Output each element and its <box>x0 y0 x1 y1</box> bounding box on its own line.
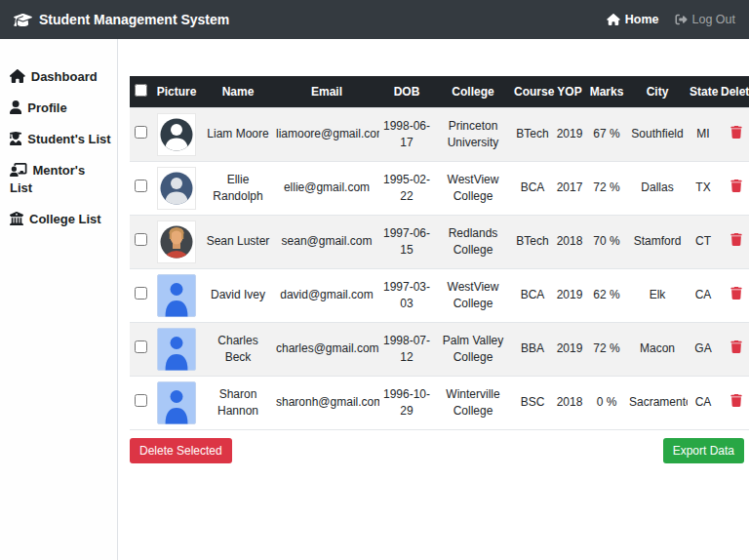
logout-label: Log Out <box>692 13 735 26</box>
blue-square-avatar <box>157 381 196 424</box>
sidebar-item-students-list[interactable]: Student's List <box>10 131 113 149</box>
row-checkbox[interactable] <box>135 233 147 246</box>
cell-name: Liam Moore <box>202 108 274 162</box>
cell-yop: 2018 <box>553 216 586 269</box>
cell-course: BCA <box>512 269 553 323</box>
app-title: Student Management System <box>39 12 229 27</box>
cell-city: Southfield <box>627 108 688 162</box>
cell-marks: 70 % <box>586 216 627 269</box>
college-icon <box>10 212 23 225</box>
home-label: Home <box>625 13 659 26</box>
export-data-button[interactable]: Export Data <box>663 438 744 463</box>
cell-state: GA <box>688 323 719 377</box>
cell-course: BSC <box>512 377 553 430</box>
cell-course: BCA <box>512 162 553 216</box>
cell-dob: 1997-06-15 <box>379 216 434 269</box>
home-icon <box>607 14 620 25</box>
cell-city: Dallas <box>627 162 688 216</box>
cell-yop: 2019 <box>553 323 586 377</box>
cell-name: Sean Luster <box>202 216 274 269</box>
sign-out-icon <box>675 14 688 25</box>
row-checkbox[interactable] <box>135 180 147 192</box>
header-marks: Marks <box>586 76 627 108</box>
cell-email: sharonh@gmail.com <box>274 377 379 430</box>
sidebar-item-mentors-list[interactable]: Mentor's List <box>10 162 113 199</box>
student-icon <box>10 132 21 145</box>
top-navbar: Student Management System Home Log Out <box>0 0 749 39</box>
sidebar: Dashboard Profile Student's List Mentor'… <box>0 39 118 560</box>
cell-college: Winterville College <box>434 377 512 430</box>
header-course: Course <box>512 76 553 108</box>
cell-marks: 72 % <box>586 323 627 377</box>
sidebar-item-dashboard[interactable]: Dashboard <box>10 68 113 87</box>
cell-email: david@gmail.com <box>274 269 379 323</box>
cell-college: WestView College <box>434 269 512 323</box>
header-delete: Delete <box>719 76 749 108</box>
delete-selected-button[interactable]: Delete Selected <box>130 438 232 463</box>
cell-college: WestView College <box>434 162 512 216</box>
header-email: Email <box>274 76 379 108</box>
photo-avatar <box>157 220 196 263</box>
app-brand[interactable]: Student Management System <box>14 12 229 27</box>
cell-dob: 1998-06-17 <box>379 108 434 162</box>
cell-state: CA <box>688 269 719 323</box>
blue-square-avatar <box>157 328 196 371</box>
delete-row-icon[interactable] <box>730 180 742 197</box>
header-city: City <box>627 76 688 108</box>
cell-course: BTech <box>512 108 553 162</box>
cell-yop: 2019 <box>553 269 586 323</box>
row-checkbox[interactable] <box>135 126 147 139</box>
cell-city: Sacramento <box>627 377 688 430</box>
row-checkbox[interactable] <box>135 394 147 407</box>
home-link[interactable]: Home <box>607 13 659 26</box>
header-picture: Picture <box>151 76 202 108</box>
table-row: Sean Luster sean@gmail.com 1997-06-15 Re… <box>130 216 749 269</box>
cell-city: Stamford <box>627 216 688 269</box>
cell-state: MI <box>688 108 719 162</box>
sidebar-label-profile: Profile <box>27 100 66 115</box>
cell-marks: 67 % <box>586 108 627 162</box>
delete-row-icon[interactable] <box>730 394 742 412</box>
students-table: Picture Name Email DOB College Course YO… <box>130 76 749 430</box>
cell-name: Ellie Randolph <box>202 162 274 216</box>
delete-row-icon[interactable] <box>730 126 742 143</box>
header-yop: YOP <box>553 76 586 108</box>
header-dob: DOB <box>379 76 434 108</box>
delete-row-icon[interactable] <box>730 233 742 251</box>
mentor-icon <box>10 163 27 177</box>
cell-college: Palm Valley College <box>434 323 512 377</box>
cell-email: sean@gmail.com <box>274 216 379 269</box>
cell-name: Charles Beck <box>202 323 274 377</box>
row-checkbox[interactable] <box>135 340 147 353</box>
cell-dob: 1998-07-12 <box>379 323 434 377</box>
cell-college: Redlands College <box>434 216 512 269</box>
table-header-row: Picture Name Email DOB College Course YO… <box>130 76 749 108</box>
cell-city: Macon <box>627 323 688 377</box>
blue-square-avatar <box>157 274 196 317</box>
table-row: Charles Beck charles@gmail.com 1998-07-1… <box>130 323 749 377</box>
cell-course: BBA <box>512 323 553 377</box>
cell-marks: 0 % <box>586 377 627 430</box>
cell-dob: 1995-02-22 <box>379 162 434 216</box>
sidebar-item-profile[interactable]: Profile <box>10 100 113 118</box>
cell-city: Elk <box>627 269 688 323</box>
delete-row-icon[interactable] <box>730 287 742 304</box>
logout-link[interactable]: Log Out <box>675 13 735 26</box>
delete-row-icon[interactable] <box>730 340 742 358</box>
sidebar-item-college-list[interactable]: College List <box>10 211 113 229</box>
cell-yop: 2019 <box>553 108 586 162</box>
header-name: Name <box>202 76 274 108</box>
cell-state: CT <box>688 216 719 269</box>
header-college: College <box>434 76 512 108</box>
user-icon <box>10 100 21 114</box>
cell-course: BTech <box>512 216 553 269</box>
cell-email: charles@gmail.com <box>274 323 379 377</box>
table-row: Sharon Hannon sharonh@gmail.com 1996-10-… <box>130 377 749 430</box>
cell-name: David Ivey <box>202 269 274 323</box>
cell-marks: 72 % <box>586 162 627 216</box>
home-icon <box>10 69 25 83</box>
select-all-checkbox[interactable] <box>135 84 147 97</box>
row-checkbox[interactable] <box>135 287 147 300</box>
cell-yop: 2017 <box>553 162 586 216</box>
cell-email: liamoore@gmail.com <box>274 108 379 162</box>
